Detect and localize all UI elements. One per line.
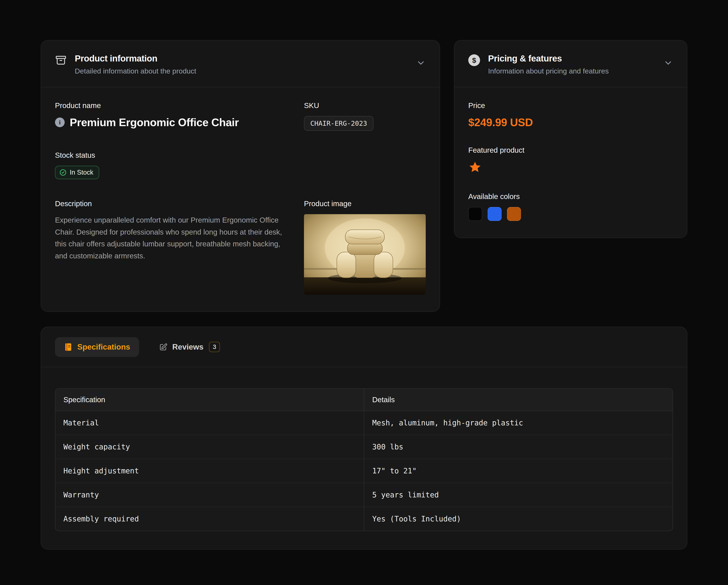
details-cell: 17" to 21"	[364, 459, 673, 483]
sku-field: SKU CHAIR-ERG-2023	[304, 101, 426, 131]
product-name-value: Premium Ergonomic Office Chair	[70, 116, 239, 129]
product-info-body: Product name i Premium Ergonomic Office …	[41, 87, 440, 312]
description-label: Description	[55, 200, 295, 208]
spec-cell: Height adjustment	[55, 459, 364, 483]
details-cell: Yes (Tools Included)	[364, 507, 673, 531]
table-row: Weight capacity 300 lbs	[55, 435, 673, 459]
spec-cell: Weight capacity	[55, 435, 364, 459]
tab-reviews-label: Reviews	[172, 343, 204, 351]
stock-status-label: Stock status	[55, 151, 295, 159]
reviews-count-badge: 3	[209, 342, 220, 352]
pricing-card: $ Pricing & features Information about p…	[454, 40, 687, 238]
top-row: Product information Detailed information…	[41, 40, 687, 312]
card-title: Pricing & features	[488, 53, 609, 63]
sku-label: SKU	[304, 101, 426, 110]
table-header-row: Specification Details	[55, 389, 673, 411]
tab-reviews[interactable]: Reviews 3	[150, 336, 229, 357]
card-subtitle: Information about pricing and features	[488, 67, 609, 75]
product-image-label: Product image	[304, 200, 426, 208]
chevron-down-icon[interactable]	[416, 58, 426, 68]
tab-specifications-label: Specifications	[77, 343, 130, 351]
stock-status-text: In Stock	[70, 169, 93, 176]
product-name-field: Product name i Premium Ergonomic Office …	[55, 101, 295, 131]
column-header-details: Details	[364, 389, 673, 411]
star-icon[interactable]	[468, 161, 482, 174]
product-info-card: Product information Detailed information…	[41, 40, 440, 312]
content-area: Product information Detailed information…	[0, 0, 728, 550]
colors-label: Available colors	[468, 192, 673, 201]
details-cell: 5 years limited	[364, 483, 673, 507]
spec-table-area: Specification Details Material Mesh, alu…	[41, 367, 687, 549]
product-info-header: Product information Detailed information…	[41, 41, 440, 87]
table-row: Height adjustment 17" to 21"	[55, 459, 673, 483]
grid-spacer	[304, 151, 426, 179]
spec-table-wrap: Specification Details Material Mesh, alu…	[55, 388, 673, 531]
card-subtitle: Detailed information about the product	[75, 67, 196, 75]
stock-status-field: Stock status In Stock	[55, 151, 295, 179]
spec-cell: Material	[55, 411, 364, 435]
info-icon[interactable]: i	[55, 117, 65, 127]
archive-box-icon	[55, 54, 67, 66]
pricing-header-text: Pricing & features Information about pri…	[488, 53, 609, 75]
page: { "theme": { "accent_orange": "#f97316",…	[0, 0, 728, 585]
dollar-circle-icon: $	[468, 54, 480, 66]
spec-table: Specification Details Material Mesh, alu…	[55, 389, 673, 531]
product-image	[304, 214, 426, 295]
product-image-field: Product image	[304, 200, 426, 295]
tab-specifications[interactable]: Specifications	[55, 337, 139, 357]
table-row: Material Mesh, aluminum, high-grade plas…	[55, 411, 673, 435]
color-swatch-blue[interactable]	[488, 207, 501, 221]
chevron-down-icon[interactable]	[663, 58, 673, 68]
details-cell: Mesh, aluminum, high-grade plastic	[364, 411, 673, 435]
product-name-label: Product name	[55, 101, 295, 110]
notebook-icon	[64, 343, 73, 351]
product-info-header-text: Product information Detailed information…	[75, 53, 196, 75]
colors-group: Available colors	[468, 192, 673, 221]
color-swatches	[468, 207, 673, 221]
featured-group: Featured product	[468, 146, 673, 175]
card-title: Product information	[75, 53, 196, 63]
product-name-row: i Premium Ergonomic Office Chair	[55, 116, 295, 129]
table-row: Assembly required Yes (Tools Included)	[55, 507, 673, 531]
stock-status-badge: In Stock	[55, 166, 99, 179]
spec-cell: Assembly required	[55, 507, 364, 531]
check-circle-icon	[59, 169, 67, 176]
spec-cell: Warranty	[55, 483, 364, 507]
description-text: Experience unparalleled comfort with our…	[55, 214, 293, 262]
color-swatch-orange[interactable]	[507, 207, 521, 221]
pencil-icon	[159, 343, 168, 351]
price-value: $249.99 USD	[468, 116, 673, 129]
description-field: Description Experience unparalleled comf…	[55, 200, 295, 295]
sku-value: CHAIR-ERG-2023	[304, 116, 373, 131]
price-group: Price $249.99 USD	[468, 101, 673, 129]
details-card: Specifications Reviews 3 Specification D…	[41, 327, 687, 550]
pricing-header: $ Pricing & features Information about p…	[454, 41, 687, 87]
tabs-row: Specifications Reviews 3	[41, 327, 687, 367]
table-row: Warranty 5 years limited	[55, 483, 673, 507]
featured-label: Featured product	[468, 146, 673, 154]
price-label: Price	[468, 101, 673, 110]
color-swatch-black[interactable]	[468, 207, 482, 221]
pricing-body: Price $249.99 USD Featured product Avail…	[454, 87, 687, 238]
column-header-specification: Specification	[55, 389, 364, 411]
details-cell: 300 lbs	[364, 435, 673, 459]
